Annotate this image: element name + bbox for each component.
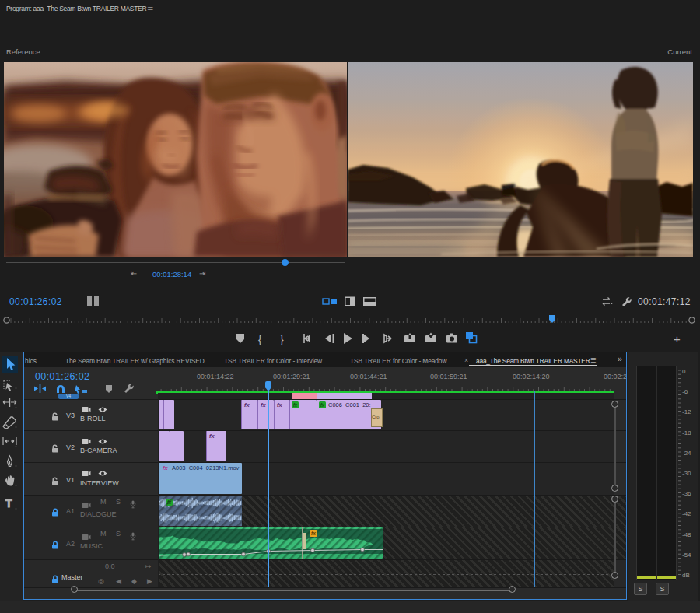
- svg-text:T: T: [5, 497, 12, 510]
- svg-text:}: }: [280, 333, 284, 345]
- svg-text:fx: fx: [311, 531, 316, 536]
- svg-text:{: {: [258, 333, 262, 345]
